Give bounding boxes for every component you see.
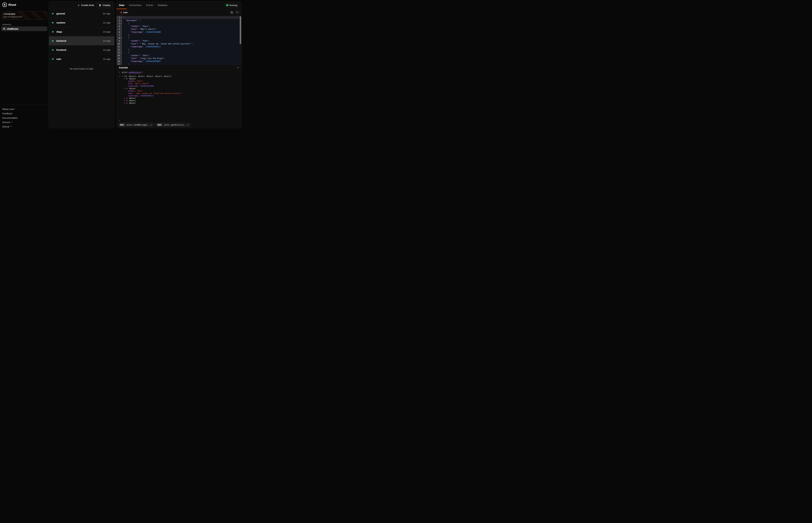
disclosure-open-icon[interactable]: ▼ xyxy=(122,75,124,77)
sidebar-link-whats-new[interactable]: Whats new? xyxy=(2,107,18,111)
display-label: Display xyxy=(103,4,110,6)
actor-row-frontend[interactable]: frontend1m ago xyxy=(49,46,114,54)
line-number: 17 xyxy=(117,63,122,65)
actor-name: random xyxy=(56,21,65,24)
rpc-button-0[interactable]: RPCactor.sendMessage(...) xyxy=(118,123,154,127)
token-pun: , xyxy=(192,43,194,45)
rpc-badge: RPC xyxy=(119,123,125,126)
token-num: 1764043995517 xyxy=(145,46,161,48)
sidebar-link-github[interactable]: GitHub ↗ xyxy=(2,124,18,129)
token-key: "sender" xyxy=(130,25,140,28)
disclosure-open-icon[interactable]: ▼ xyxy=(124,77,126,80)
console-tree-row: timestamp: 1764043995517 xyxy=(117,94,241,97)
sidebar-item-instance-chatroom[interactable]: chatRoom xyxy=(1,26,47,31)
actor-row-cats[interactable]: cats1m ago xyxy=(49,54,114,64)
external-link-icon: ↗ xyxy=(11,121,12,123)
tree-pk: 2 xyxy=(126,97,127,100)
editor-code-area[interactable]: {"messages": [{"sender": "User","text": … xyxy=(122,16,241,65)
fold-chevron-icon[interactable]: v xyxy=(121,19,122,22)
disclosure-closed-icon[interactable]: ▶ xyxy=(124,102,126,104)
save-state-button[interactable] xyxy=(229,10,234,15)
console-tree-row[interactable]: ▶3: Object xyxy=(117,100,241,102)
tab-connections[interactable]: Connections xyxy=(127,1,144,9)
actor-row-dogs[interactable]: dogs1m ago xyxy=(49,27,114,36)
sidebar-footer-links: Whats new? Feedback Documentation Discor… xyxy=(2,107,18,129)
disclosure-open-icon[interactable]: ▼ xyxy=(124,87,126,90)
tree-pk: 0 xyxy=(126,77,127,80)
display-options-button[interactable]: Display xyxy=(97,3,113,8)
actor-status-dot-icon xyxy=(52,22,54,23)
revert-state-button[interactable] xyxy=(235,10,240,15)
chevron-down-icon[interactable] xyxy=(237,66,239,69)
sidebar-link-documentation[interactable]: Documentation xyxy=(2,116,18,120)
console-tree-row[interactable]: ▶2: Object xyxy=(117,97,241,100)
code-line: "timestamp": 1764043999867 xyxy=(122,60,241,63)
line-number: 6 xyxy=(117,31,122,34)
actor-name: dogs xyxy=(56,30,62,33)
instances-label: Instances xyxy=(2,23,11,25)
console-tree-row[interactable]: ‹▼(5) [Object, Object, Object, Object, O… xyxy=(117,75,241,77)
app-root: R Rivet Connected http://localhost:6420 … xyxy=(0,0,243,131)
actor-row-general[interactable]: general2m ago xyxy=(49,9,114,18)
state-json-editor[interactable]: 1v2v3v45678v910111213v14151617 {"message… xyxy=(117,16,241,65)
disclosure-closed-icon[interactable]: ▶ xyxy=(124,97,126,100)
token-key: "text" xyxy=(130,28,137,30)
console-tree-row[interactable]: ▶4: Object xyxy=(117,102,241,104)
console-history-entry[interactable]: actor.getHistory() xyxy=(117,70,241,74)
live-toggle[interactable]: Live xyxy=(118,10,129,15)
actor-status-dot-icon xyxy=(52,58,54,60)
brand[interactable]: R Rivet xyxy=(2,3,16,7)
rpc-button-1[interactable]: RPCactor.getHistory(...) xyxy=(156,123,191,127)
fold-chevron-icon[interactable]: v xyxy=(121,51,122,54)
code-line: "sender": "User", xyxy=(122,25,241,28)
token-pun: , xyxy=(165,57,166,59)
console-tree-row[interactable]: ▼0: Object xyxy=(117,77,241,80)
actor-status-dot-icon xyxy=(52,31,54,33)
fold-chevron-icon[interactable]: v xyxy=(121,16,122,19)
token-pun: , xyxy=(149,40,150,42)
sidebar: R Rivet Connected http://localhost:6420 … xyxy=(0,0,49,131)
rpc-shortcuts: RPCactor.sendMessage(...)RPCactor.getHis… xyxy=(117,123,241,128)
tree-pk: 1 xyxy=(126,87,127,90)
actor-age: 1m ago xyxy=(103,49,110,51)
actor-name: backend xyxy=(56,39,66,42)
sidebar-link-discord[interactable]: Discord ↗ xyxy=(2,120,18,124)
code-line: { xyxy=(122,51,241,54)
tree-obj: : xyxy=(138,85,140,87)
tab-events[interactable]: Events xyxy=(144,1,155,9)
tree-pk: sender xyxy=(128,90,135,92)
console-tree-row: sender: "User" xyxy=(117,90,241,92)
console-header[interactable]: Console xyxy=(117,65,241,70)
tab-database[interactable]: Database xyxy=(155,1,170,9)
console-tree-row[interactable]: ▼1: Object xyxy=(117,87,241,90)
editor-scrollbar[interactable] xyxy=(240,16,241,44)
code-line: { xyxy=(122,36,241,39)
actor-status-dot-icon xyxy=(52,13,54,15)
tab-state[interactable]: State xyxy=(117,1,127,9)
code-line: "text": "Who’s there?", xyxy=(122,28,241,31)
tree-obj: : xyxy=(135,90,137,92)
actor-row-backend[interactable]: backend1m ago xyxy=(49,36,114,46)
console-prompt[interactable] xyxy=(117,118,241,123)
disclosure-closed-icon[interactable]: ▶ xyxy=(124,100,126,102)
token-key: "timestamp" xyxy=(130,31,143,33)
tree-num: 1764043995517 xyxy=(140,94,154,97)
tree-obj: : Object xyxy=(127,100,136,102)
actor-age: 1m ago xyxy=(103,31,110,33)
tree-str: "User" xyxy=(137,80,143,83)
create-actor-button[interactable]: Create Actor xyxy=(76,3,96,7)
fold-chevron-icon[interactable]: v xyxy=(121,36,122,39)
token-pun: : xyxy=(137,28,140,30)
code-line: "sender": "User", xyxy=(122,39,241,42)
line-number: 2v xyxy=(117,19,122,22)
token-pun: : xyxy=(143,60,145,62)
tree-str: "User" xyxy=(137,90,143,92)
fold-chevron-icon[interactable]: v xyxy=(121,22,122,25)
code-line: }, xyxy=(122,48,241,51)
actor-age: 1m ago xyxy=(103,40,110,42)
svg-text:R: R xyxy=(4,4,5,6)
tree-num: 1764043991880 xyxy=(140,85,154,87)
actor-row-random[interactable]: random1m ago xyxy=(49,18,114,27)
sidebar-link-feedback[interactable]: Feedback xyxy=(2,111,18,116)
connection-status-card: Connected http://localhost:6420 xyxy=(1,11,47,20)
